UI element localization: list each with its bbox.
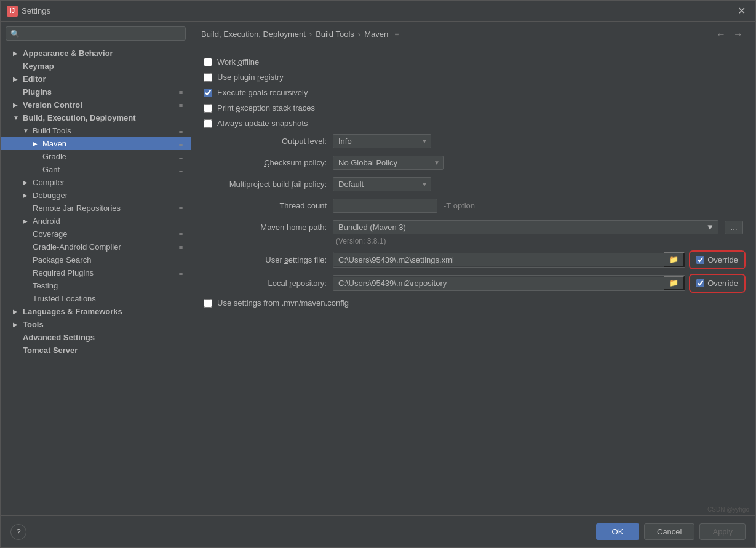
title-bar-left: IJ Settings [7,6,50,17]
arrow-icon: ▶ [13,50,23,57]
sidebar-item-tomcat[interactable]: Tomcat Server [1,344,191,357]
local-repo-row: Local repository: 📁 Override [204,275,743,291]
print-exception-checkbox[interactable] [204,104,212,113]
local-repo-label: Local repository: [204,279,327,288]
work-offline-checkbox[interactable] [204,58,212,66]
sidebar-item-plugins[interactable]: Plugins ≡ [1,85,191,98]
bottom-bar: ? OK Cancel Apply [1,515,755,547]
local-repo-override-label[interactable]: Override [691,276,743,290]
sidebar-item-trusted-locations[interactable]: Trusted Locations [1,292,191,305]
sidebar-item-label: Advanced Settings [23,333,186,342]
sidebar-item-label: Maven [42,139,176,148]
search-input[interactable] [23,29,181,38]
execute-goals-checkbox[interactable] [204,89,212,97]
nav-back-button[interactable]: ← [714,28,728,41]
title-bar: IJ Settings ✕ [1,1,755,22]
settings-icon: ≡ [176,244,186,251]
nav-forward-button[interactable]: → [731,28,746,41]
sidebar-item-compiler[interactable]: ▶ Compiler [1,176,191,189]
sidebar-item-gradle-android[interactable]: Gradle-Android Compiler ≡ [1,240,191,253]
settings-icon: ≡ [176,205,186,212]
sidebar-tree: ▶ Appearance & Behavior Keymap ▶ Editor … [1,46,191,515]
sidebar-item-tools[interactable]: ▶ Tools [1,318,191,331]
sidebar-item-label: Coverage [33,229,176,239]
settings-icon: ≡ [176,127,186,135]
maven-home-dropdown-button[interactable]: ▼ [702,221,718,234]
sidebar-item-gradle[interactable]: Gradle ≡ [1,150,191,163]
sidebar-item-debugger[interactable]: ▶ Debugger [1,189,191,202]
local-repo-override-text: Override [707,279,738,288]
checksum-policy-label: Checksum policy: [204,158,327,167]
sidebar-item-version-control[interactable]: ▶ Version Control ≡ [1,98,191,111]
sidebar-item-label: Testing [33,281,186,290]
settings-icon: ≡ [176,231,186,238]
cancel-button[interactable]: Cancel [644,523,694,540]
sidebar-item-label: Appearance & Behavior [23,49,186,58]
apply-button[interactable]: Apply [699,523,746,540]
ok-button[interactable]: OK [596,523,639,540]
output-level-select[interactable]: Info Debug Warning Error [333,134,431,148]
maven-home-input[interactable] [333,221,702,234]
thread-count-input[interactable] [333,199,437,213]
multiproject-policy-row: Multiproject build fail policy: Default … [204,177,743,191]
local-repo-override-highlight: Override [691,276,743,290]
sidebar-item-keymap[interactable]: Keymap [1,60,191,73]
always-update-checkbox[interactable] [204,119,212,128]
sidebar-item-android[interactable]: ▶ Android [1,215,191,228]
sidebar-item-label: Required Plugins [33,268,176,277]
local-repo-browse-button[interactable]: 📁 [664,276,685,290]
work-offline-row: Work offline [204,57,743,66]
sidebar-item-remote-jar[interactable]: Remote Jar Repositories ≡ [1,202,191,215]
work-offline-label: Work offline [217,57,259,66]
checksum-policy-select[interactable]: No Global Policy Warn Fail Ignore [333,156,444,170]
sidebar-item-advanced-settings[interactable]: Advanced Settings [1,331,191,344]
maven-home-row: Maven home path: ▼ … [204,220,743,234]
sidebar-item-appearance[interactable]: ▶ Appearance & Behavior [1,47,191,60]
user-settings-browse-button[interactable]: 📁 [664,252,685,267]
breadcrumb: Build, Execution, Deployment › Build Too… [201,30,399,39]
settings-icon: ≡ [176,269,186,277]
local-repo-override-checkbox[interactable] [696,279,704,287]
user-settings-input[interactable] [333,253,664,266]
use-plugin-checkbox[interactable] [204,73,212,82]
settings-dialog: IJ Settings ✕ 🔍 ▶ Appearance & Behavior [0,0,756,548]
sidebar-item-label: Languages & Frameworks [23,307,186,316]
sidebar-item-editor[interactable]: ▶ Editor [1,73,191,85]
multiproject-policy-dropdown-wrapper: Default Fail Fast Fail At End Never Fail… [333,177,431,191]
breadcrumb-part-3: Maven [364,30,388,39]
app-icon: IJ [7,6,18,17]
sidebar-item-label: Plugins [23,87,176,97]
print-exception-label: Print exception stack traces [217,103,315,113]
sidebar-item-label: Tools [23,320,186,329]
settings-icon: ≡ [176,140,186,148]
sidebar-item-build-execution[interactable]: ▼ Build, Execution, Deployment [1,111,191,124]
settings-content: Work offline Use plugin registry Execute… [191,47,755,515]
arrow-icon: ▶ [23,218,33,224]
sidebar-item-languages[interactable]: ▶ Languages & Frameworks [1,305,191,318]
use-mvn-config-checkbox[interactable] [204,299,212,308]
search-box[interactable]: 🔍 [6,26,186,41]
sidebar-item-required-plugins[interactable]: Required Plugins ≡ [1,266,191,279]
help-button[interactable]: ? [10,524,26,540]
multiproject-policy-select[interactable]: Default Fail Fast Fail At End Never Fail [333,177,431,191]
sidebar-item-testing[interactable]: Testing [1,279,191,292]
breadcrumb-icon[interactable]: ≡ [394,30,399,39]
local-repo-path-wrapper: 📁 [333,275,685,291]
checksum-policy-dropdown-wrapper: No Global Policy Warn Fail Ignore ▼ [333,156,444,170]
breadcrumb-sep: › [358,30,360,39]
sidebar-item-label: Gradle [42,152,176,161]
sidebar-item-build-tools[interactable]: ▼ Build Tools ≡ [1,124,191,137]
checksum-policy-row: Checksum policy: No Global Policy Warn F… [204,156,743,170]
sidebar-item-label: Version Control [23,100,176,109]
user-settings-override-checkbox[interactable] [696,256,704,264]
sidebar-item-coverage[interactable]: Coverage ≡ [1,228,191,240]
user-settings-override-label[interactable]: Override [691,253,743,267]
close-button[interactable]: ✕ [734,4,749,18]
local-repo-input[interactable] [333,277,664,290]
sidebar-item-gant[interactable]: Gant ≡ [1,163,191,176]
sidebar-item-maven[interactable]: ▶ Maven ≡ [1,137,191,150]
dialog-title: Settings [22,6,50,15]
sidebar-item-label: Debugger [33,191,186,200]
maven-home-browse-button[interactable]: … [725,221,743,234]
sidebar-item-package-search[interactable]: Package Search [1,253,191,266]
